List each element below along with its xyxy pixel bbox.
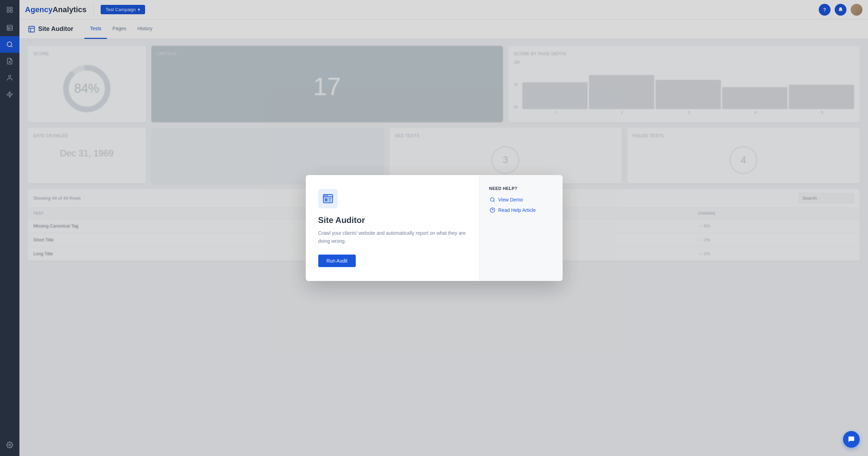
modal-title: Site Auditor (318, 215, 467, 225)
chat-icon (848, 436, 855, 443)
svg-rect-24 (328, 200, 331, 201)
svg-point-28 (490, 198, 494, 201)
modal-description: Crawl your clients' website and automati… (318, 229, 467, 245)
view-demo-label: View Demo (498, 197, 523, 202)
need-help-title: NEED HELP? (489, 186, 553, 191)
modal-right: NEED HELP? View Demo (479, 175, 563, 281)
svg-rect-22 (325, 198, 327, 201)
modal-left: Site Auditor Crawl your clients' website… (306, 175, 479, 281)
view-demo-link[interactable]: View Demo (489, 197, 553, 203)
modal-overlay: Site Auditor Crawl your clients' website… (19, 19, 868, 456)
page-content: Site Auditor Tests Pages History Score (19, 19, 868, 456)
modal: Site Auditor Crawl your clients' website… (306, 175, 563, 281)
question-icon (489, 207, 496, 213)
svg-line-29 (494, 201, 495, 202)
svg-rect-23 (328, 198, 331, 200)
run-audit-button[interactable]: Run Audit (318, 255, 356, 267)
read-help-label: Read Help Article (498, 207, 536, 213)
svg-point-25 (324, 195, 325, 196)
read-help-article-link[interactable]: Read Help Article (489, 207, 553, 213)
chat-bubble[interactable] (843, 431, 860, 448)
search-icon (489, 197, 496, 203)
svg-point-26 (326, 195, 327, 196)
svg-point-27 (327, 195, 328, 196)
main-area: Agency Analytics Test Campaign ▾ ? (19, 0, 868, 456)
site-auditor-modal-icon (322, 193, 334, 204)
modal-icon-container (318, 189, 338, 208)
